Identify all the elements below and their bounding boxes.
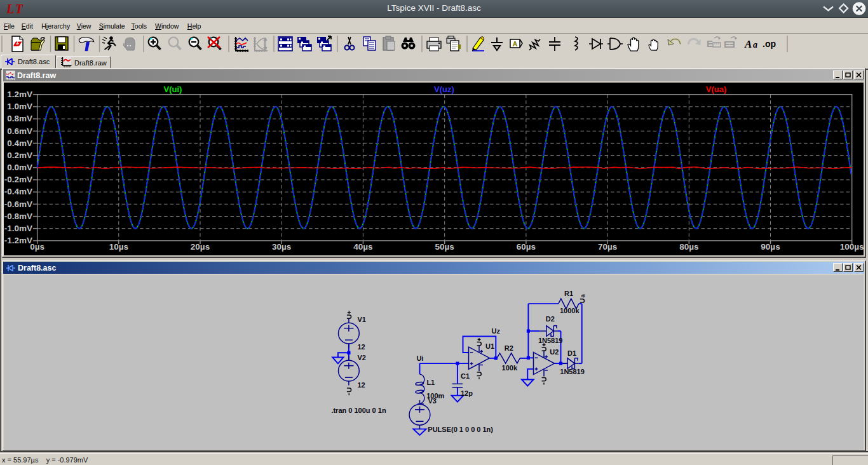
svg-text:1N5819: 1N5819 (560, 368, 585, 375)
svg-text:V3: V3 (428, 397, 436, 405)
svg-text:0.8mV: 0.8mV (7, 114, 32, 123)
svg-text:50µs: 50µs (435, 242, 454, 252)
svg-text:.tran 0 100u 0 1n: .tran 0 100u 0 1n (331, 407, 386, 414)
svg-text:0µs: 0µs (30, 242, 44, 252)
svg-text:1.0mV: 1.0mV (7, 102, 32, 111)
svg-text:D1: D1 (567, 349, 576, 357)
svg-text:Uz: Uz (492, 327, 501, 335)
svg-text:a: a (579, 294, 586, 298)
svg-text:Ui: Ui (416, 354, 423, 362)
svg-text:A: A (744, 38, 752, 50)
svg-text:0.2mV: 0.2mV (7, 151, 32, 160)
svg-text:-0.8mV: -0.8mV (4, 212, 32, 221)
svg-text:U1: U1 (485, 342, 494, 350)
svg-text:1N5819: 1N5819 (538, 337, 563, 344)
svg-text:-1.2mV: -1.2mV (4, 236, 32, 245)
svg-text:100k: 100k (502, 364, 518, 372)
svg-text:E: E (729, 39, 735, 50)
svg-text:70µs: 70µs (598, 242, 617, 252)
svg-text:V1: V1 (358, 316, 366, 323)
svg-text:30µs: 30µs (272, 242, 291, 252)
svg-text:A: A (513, 40, 518, 48)
svg-text:D2: D2 (546, 315, 555, 323)
svg-text:0.0mV: 0.0mV (7, 163, 32, 172)
svg-text:1000k: 1000k (560, 307, 580, 314)
svg-text:-0.6mV: -0.6mV (4, 199, 32, 209)
svg-text:12: 12 (358, 343, 365, 351)
svg-text:100µs: 100µs (840, 242, 864, 252)
svg-text:12p: 12p (461, 389, 473, 397)
svg-text:1.2mV: 1.2mV (7, 90, 32, 99)
svg-text:20µs: 20µs (191, 242, 210, 252)
svg-text:-0.4mV: -0.4mV (4, 187, 32, 196)
svg-text:40µs: 40µs (353, 242, 372, 252)
svg-text:PULSE(0 1 0 0 0 1n): PULSE(0 1 0 0 0 1n) (428, 426, 493, 433)
svg-text:90µs: 90µs (761, 242, 780, 252)
svg-text:L1: L1 (426, 379, 435, 386)
svg-text:60µs: 60µs (517, 242, 536, 252)
svg-text:.op: .op (763, 39, 776, 49)
svg-text:V2: V2 (358, 354, 366, 361)
svg-text:0.6mV: 0.6mV (7, 126, 32, 136)
svg-text:12: 12 (358, 381, 365, 389)
svg-text:C1: C1 (461, 372, 470, 380)
svg-text:10µs: 10µs (109, 242, 128, 252)
svg-text:E: E (707, 38, 713, 49)
svg-text:R1: R1 (564, 290, 573, 297)
svg-text:U2: U2 (550, 348, 559, 356)
svg-text:V(uz): V(uz) (434, 84, 454, 94)
svg-text:80µs: 80µs (679, 242, 698, 252)
svg-text:R2: R2 (505, 344, 513, 352)
svg-text:-0.2mV: -0.2mV (4, 175, 32, 184)
svg-text:V(ua): V(ua) (706, 84, 727, 94)
svg-text:0.4mV: 0.4mV (7, 138, 32, 148)
svg-text:-1.0mV: -1.0mV (4, 224, 32, 233)
svg-text:a: a (753, 40, 757, 50)
svg-text:V(ui): V(ui) (164, 84, 182, 94)
